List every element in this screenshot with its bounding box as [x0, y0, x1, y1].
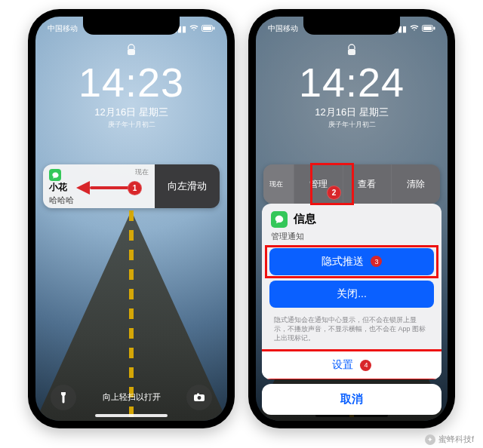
annotation-marker-4: 4	[360, 360, 371, 371]
notification-time: 现在	[135, 167, 149, 177]
settings-label: 设置	[332, 358, 353, 370]
notification-card[interactable]: 现在 小花 哈哈哈 1	[43, 164, 155, 208]
swipe-action-button[interactable]: 向左滑动	[155, 164, 220, 208]
watermark-text: 蜜蜂科技f	[438, 434, 474, 445]
cancel-button[interactable]: 取消	[262, 384, 441, 415]
sheet-subtitle: 管理通知	[262, 231, 441, 248]
home-indicator[interactable]	[95, 414, 168, 417]
notification-actions-row: 现在 管理 查看 清除	[263, 164, 440, 204]
annotation-marker-3: 3	[371, 256, 382, 267]
camera-button[interactable]	[186, 385, 212, 410]
screen-right: 中国移动 ▮▮▮▮ 14:24 12月16日 星期三 庚子年十月初二	[256, 17, 448, 421]
phone-right: 中国移动 ▮▮▮▮ 14:24 12月16日 星期三 庚子年十月初二	[248, 9, 455, 428]
lock-time: 14:23	[35, 61, 227, 104]
svg-rect-3	[128, 49, 135, 55]
action-view-button[interactable]: 查看	[343, 164, 392, 204]
status-carrier: 中国移动	[268, 23, 298, 34]
lock-time: 14:24	[256, 61, 448, 104]
status-carrier: 中国移动	[48, 23, 78, 34]
deliver-quietly-button[interactable]: 隐式推送 3	[269, 248, 434, 275]
cancel-label: 取消	[340, 392, 363, 405]
phone-left: 中国移动 ▮▮▮▮ 14:23 12月16日 星期三 庚子年十月初二	[28, 9, 235, 428]
screen-left: 中国移动 ▮▮▮▮ 14:23 12月16日 星期三 庚子年十月初二	[35, 17, 227, 421]
lock-date: 12月16日 星期三	[35, 106, 227, 119]
lock-date: 12月16日 星期三	[256, 106, 448, 119]
watermark: ✦ 蜜蜂科技f	[425, 434, 474, 445]
messages-icon	[49, 169, 61, 181]
lock-date-sub: 庚子年十月初二	[35, 120, 227, 130]
lock-area: 14:23 12月16日 星期三 庚子年十月初二	[35, 44, 227, 130]
action-sheet-card: 信息 管理通知 隐式推送 3 关闭... 隐式通知会在通知中心显示，但不会在	[262, 204, 441, 379]
svg-rect-8	[423, 26, 432, 30]
notification-swiped[interactable]: 现在 小花 哈哈哈 1 向左滑动	[43, 164, 220, 208]
sheet-note: 隐式通知会在通知中心显示，但不会在锁屏上显示，不播放声音，不显示横幅，也不会在 …	[262, 314, 441, 350]
svg-rect-9	[434, 27, 435, 30]
notification-body: 哈哈哈	[49, 195, 149, 206]
turn-off-label: 关闭...	[337, 287, 367, 299]
battery-icon	[202, 24, 215, 33]
annotation-marker-1: 1	[128, 181, 142, 195]
messages-icon	[271, 211, 288, 228]
notch	[83, 17, 180, 35]
sheet-app-name: 信息	[294, 212, 316, 226]
flashlight-button[interactable]	[51, 385, 76, 410]
wifi-icon	[410, 24, 419, 33]
notch	[303, 17, 400, 35]
bottom-controls	[35, 385, 227, 410]
wechat-icon: ✦	[425, 434, 435, 445]
wifi-icon	[189, 24, 198, 33]
battery-icon	[422, 24, 435, 33]
svg-point-5	[198, 396, 202, 400]
action-clear-button[interactable]: 清除	[391, 164, 440, 204]
lock-icon	[35, 44, 227, 58]
action-sheet: 信息 管理通知 隐式推送 3 关闭... 隐式通知会在通知中心显示，但不会在	[262, 204, 441, 415]
svg-rect-10	[348, 49, 355, 55]
svg-rect-6	[197, 394, 199, 395]
svg-rect-1	[203, 26, 211, 30]
notification-time: 现在	[263, 164, 294, 204]
lock-area: 14:24 12月16日 星期三 庚子年十月初二	[256, 44, 448, 130]
deliver-quietly-label: 隐式推送	[321, 255, 364, 267]
turn-off-button[interactable]: 关闭...	[269, 281, 434, 308]
svg-rect-2	[214, 27, 215, 30]
settings-button[interactable]: 设置 4	[262, 350, 441, 379]
lock-icon	[256, 44, 448, 58]
lock-date-sub: 庚子年十月初二	[256, 120, 448, 130]
annotation-marker-2: 2	[327, 186, 341, 200]
